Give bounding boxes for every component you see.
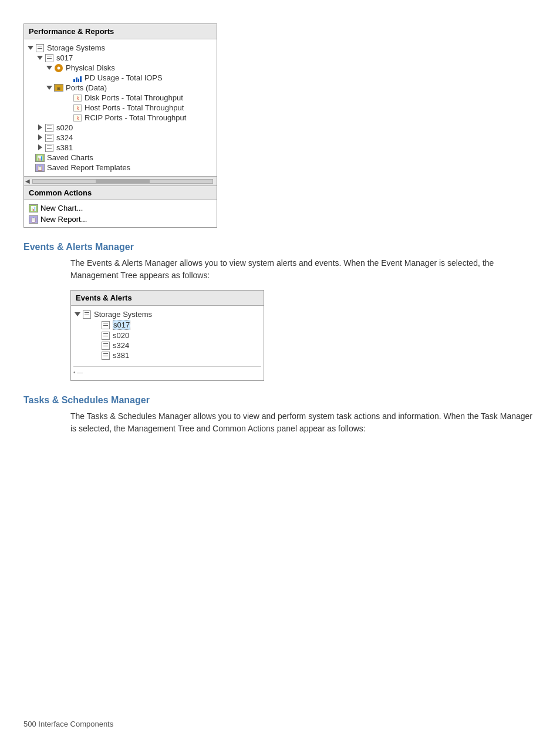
- tasks-schedules-section: Tasks & Schedules Manager The Tasks & Sc…: [23, 395, 537, 435]
- tree-item-physical-disks[interactable]: Physical Disks: [26, 63, 214, 73]
- toggle-s017[interactable]: [36, 55, 44, 61]
- tree-ea-s017[interactable]: s017: [73, 319, 261, 330]
- tree-ea-s381[interactable]: s381: [73, 350, 261, 360]
- scrollbar-thumb: [96, 180, 150, 183]
- ea-scrollbar[interactable]: • —: [73, 366, 261, 377]
- events-alerts-panel: Events & Alerts Storage Systems s017: [70, 290, 264, 381]
- action-new-report[interactable]: 📋 New Report...: [29, 214, 212, 225]
- tree-item-saved-charts[interactable]: 📊 Saved Charts: [26, 153, 214, 163]
- toggle-ports-data[interactable]: [45, 85, 53, 91]
- ea-s017-icon: [100, 321, 111, 329]
- scrollbar-track[interactable]: [32, 179, 213, 184]
- tree-item-pd-usage[interactable]: PD Usage - Total IOPS: [26, 73, 214, 83]
- pd-usage-label: PD Usage - Total IOPS: [85, 73, 163, 82]
- s017-label: s017: [56, 53, 73, 62]
- page-number: 500: [23, 720, 36, 728]
- s381-icon: [44, 144, 55, 152]
- rcip-ports-icon: ⌇: [72, 114, 83, 122]
- new-report-icon: 📋: [29, 215, 38, 224]
- action-new-chart[interactable]: 📊 New Chart...: [29, 202, 212, 214]
- s324-label: s324: [56, 133, 73, 142]
- panel-body-perf: Storage Systems s017 Physical Disks: [24, 39, 217, 176]
- saved-reports-icon: 📋: [35, 164, 45, 172]
- disk-ports-icon: ⌇: [72, 94, 83, 102]
- new-chart-label: New Chart...: [41, 204, 83, 212]
- events-alerts-panel-body: Storage Systems s017 s020: [71, 306, 264, 380]
- host-ports-icon: ⌇: [72, 104, 83, 112]
- tree-item-s020[interactable]: s020: [26, 123, 214, 133]
- toggle-s381[interactable]: [36, 144, 44, 151]
- saved-report-templates-label: Saved Report Templates: [47, 163, 130, 172]
- ea-s020-icon: [100, 332, 111, 340]
- events-alerts-body: The Events & Alerts Manager allows you t…: [70, 257, 537, 282]
- s381-label: s381: [56, 143, 73, 152]
- tree-item-ports-data[interactable]: ⊞ Ports (Data): [26, 83, 214, 93]
- common-actions-header: Common Actions: [24, 185, 217, 200]
- events-alerts-panel-header: Events & Alerts: [71, 291, 264, 306]
- disk-ports-label: Disk Ports - Total Throughput: [85, 93, 183, 102]
- scroll-left-btn[interactable]: ◀: [25, 178, 30, 184]
- tree-item-s324[interactable]: s324: [26, 133, 214, 143]
- tree-item-saved-report-templates[interactable]: 📋 Saved Report Templates: [26, 163, 214, 173]
- s020-icon: [44, 124, 55, 132]
- tree-item-host-ports[interactable]: ⌇ Host Ports - Total Throughput: [26, 103, 214, 113]
- common-actions-body: 📊 New Chart... 📋 New Report...: [24, 200, 217, 227]
- pd-usage-icon: [72, 74, 83, 82]
- page-footer: 500 Interface Components: [23, 720, 113, 728]
- tree-item-s381[interactable]: s381: [26, 143, 214, 153]
- panel-header-perf: Performance & Reports: [24, 24, 217, 39]
- toggle-s020[interactable]: [36, 124, 44, 131]
- saved-charts-icon: 📊: [35, 154, 45, 162]
- tree-item-storage-systems[interactable]: Storage Systems: [26, 43, 214, 53]
- tree-item-rcip-ports[interactable]: ⌇ RCIP Ports - Total Throughput: [26, 113, 214, 123]
- saved-charts-label: Saved Charts: [47, 153, 93, 162]
- storage-icon: [35, 44, 45, 52]
- physical-disks-icon: [53, 64, 64, 72]
- new-chart-icon: 📊: [29, 204, 38, 212]
- tree-item-disk-ports[interactable]: ⌇ Disk Ports - Total Throughput: [26, 93, 214, 103]
- ea-s324-label: s324: [113, 341, 129, 350]
- toggle-ea-storage[interactable]: [73, 311, 82, 318]
- ea-storage-icon: [82, 310, 92, 319]
- toggle-s324[interactable]: [36, 134, 44, 141]
- events-alerts-heading: Events & Alerts Manager: [23, 242, 537, 252]
- panel-scrollbar[interactable]: ◀: [24, 176, 217, 185]
- new-report-label: New Report...: [41, 215, 87, 224]
- tree-ea-s324[interactable]: s324: [73, 340, 261, 350]
- tree-ea-s020[interactable]: s020: [73, 330, 261, 340]
- ea-s381-icon: [100, 352, 111, 360]
- tasks-schedules-heading: Tasks & Schedules Manager: [23, 395, 537, 406]
- rcip-ports-label: RCIP Ports - Total Throughput: [85, 113, 186, 122]
- s020-label: s020: [56, 123, 73, 132]
- ports-data-label: Ports (Data): [66, 83, 107, 92]
- toggle-physical-disks[interactable]: [45, 65, 53, 71]
- footer-section: Interface Components: [38, 720, 113, 728]
- ea-scroll-indicator: • —: [73, 369, 83, 376]
- ea-s020-label: s020: [113, 331, 129, 340]
- s017-icon: [44, 54, 55, 62]
- performance-reports-panel: Performance & Reports Storage Systems s0…: [23, 23, 537, 228]
- tasks-schedules-body: The Tasks & Schedules Manager allows you…: [70, 410, 537, 435]
- events-alerts-panel-container: Events & Alerts Storage Systems s017: [70, 290, 537, 381]
- events-alerts-section: Events & Alerts Manager The Events & Ale…: [23, 242, 537, 381]
- ea-storage-label: Storage Systems: [94, 310, 152, 319]
- host-ports-label: Host Ports - Total Throughput: [85, 103, 184, 112]
- ea-s324-icon: [100, 342, 111, 350]
- toggle-storage-systems[interactable]: [26, 45, 35, 51]
- ports-data-icon: ⊞: [53, 84, 64, 92]
- storage-systems-label: Storage Systems: [47, 43, 105, 52]
- ea-s017-label: s017: [113, 320, 130, 330]
- s324-icon: [44, 134, 55, 142]
- tree-item-s017[interactable]: s017: [26, 53, 214, 63]
- ea-s381-label: s381: [113, 351, 129, 360]
- physical-disks-label: Physical Disks: [66, 63, 115, 72]
- tree-ea-storage-systems[interactable]: Storage Systems: [73, 309, 261, 319]
